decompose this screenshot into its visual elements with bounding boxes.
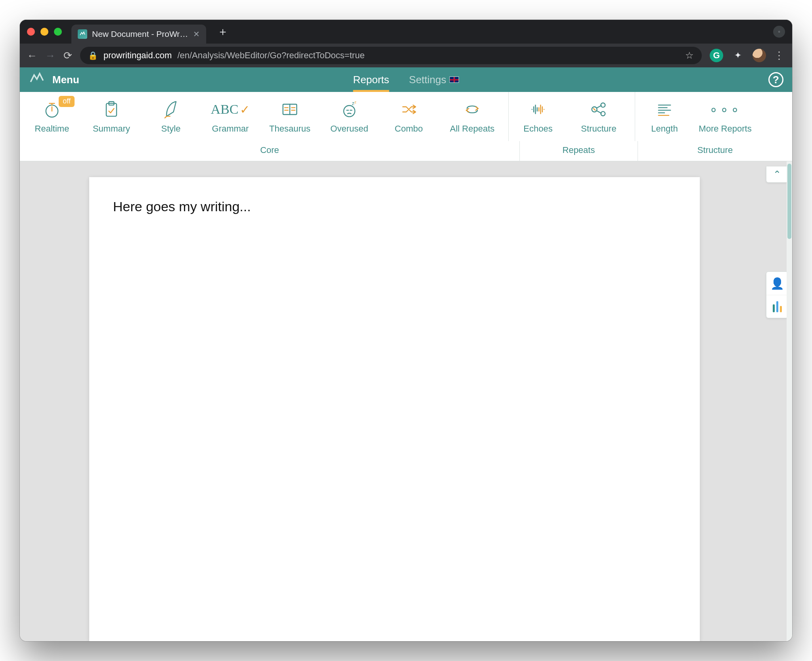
repeat-arrows-icon: [462, 99, 483, 120]
editor-area: Here goes my writing... ⌃ 👤: [20, 161, 792, 641]
toolbar-group-labels: Core Repeats Structure: [20, 141, 792, 161]
tool-label: Style: [161, 124, 181, 134]
book-icon: [280, 99, 300, 120]
rail-widgets: 👤: [766, 271, 788, 318]
group-label-structure: Structure: [638, 141, 792, 161]
profile-rail-button[interactable]: 👤: [766, 272, 788, 295]
person-icon: 👤: [770, 277, 784, 290]
tool-combo[interactable]: Combo: [379, 97, 439, 138]
back-button[interactable]: ←: [27, 50, 37, 62]
tab-title: New Document - ProWritingAid: [92, 29, 188, 39]
browser-tab[interactable]: New Document - ProWritingAid ✕: [71, 25, 206, 44]
reports-toolbar: off Realtime Summary: [20, 92, 792, 161]
lock-icon: 🔒: [88, 51, 98, 60]
tool-overused[interactable]: zz Overused: [320, 97, 379, 138]
close-window-button[interactable]: [27, 28, 35, 36]
collapse-panel-button[interactable]: ⌃: [766, 166, 788, 183]
document-text[interactable]: Here goes my writing...: [113, 199, 676, 214]
nodes-icon: [588, 99, 609, 120]
toolbar-group-repeats: Echoes Structure: [509, 92, 635, 141]
svg-point-9: [601, 111, 605, 116]
tool-label: Summary: [93, 124, 130, 134]
incognito-indicator-icon[interactable]: ◦: [773, 26, 785, 38]
document-canvas[interactable]: Here goes my writing...: [89, 177, 700, 641]
tool-summary[interactable]: Summary: [82, 97, 141, 138]
more-icon: ∘∘∘: [709, 99, 741, 120]
tool-more-reports[interactable]: ∘∘∘ More Reports: [691, 97, 759, 138]
tool-structure-repeats[interactable]: Structure: [565, 97, 632, 138]
svg-point-4: [344, 105, 355, 117]
browser-menu-button[interactable]: ⋮: [774, 50, 785, 62]
tool-label: All Repeats: [450, 124, 495, 134]
minimize-window-button[interactable]: [40, 28, 48, 36]
help-label: ?: [773, 74, 779, 86]
profile-avatar-icon[interactable]: [753, 49, 766, 62]
sleepy-face-icon: zz: [339, 99, 360, 120]
help-button[interactable]: ?: [768, 72, 783, 87]
toolbar-group-core: off Realtime Summary: [20, 92, 508, 141]
tool-grammar[interactable]: ABC✓ Grammar: [201, 97, 260, 138]
titlebar: New Document - ProWritingAid ✕ ＋ ◦: [20, 20, 792, 44]
pen-icon: [161, 99, 181, 120]
tool-label: Realtime: [35, 124, 69, 134]
tool-label: Overused: [330, 124, 368, 134]
forward-button[interactable]: →: [45, 50, 56, 62]
url-domain: prowritingaid.com: [103, 50, 172, 61]
svg-text:z: z: [354, 100, 356, 104]
stats-rail-button[interactable]: [766, 295, 788, 318]
menu-button[interactable]: Menu: [52, 74, 79, 86]
tool-style[interactable]: Style: [141, 97, 201, 138]
tab-reports[interactable]: Reports: [353, 67, 389, 92]
tool-thesaurus[interactable]: Thesaurus: [260, 97, 320, 138]
tab-settings-label: Settings: [409, 74, 446, 86]
svg-point-8: [601, 103, 605, 107]
toolbar-group-structure: Length ∘∘∘ More Reports: [635, 92, 761, 141]
group-label-repeats: Repeats: [519, 141, 638, 161]
tool-echoes[interactable]: Echoes: [511, 97, 565, 138]
url-path: /en/Analysis/WebEditor/Go?redirectToDocs…: [177, 50, 364, 61]
app-top-bar: Menu Reports Settings ?: [20, 67, 792, 92]
scrollbar[interactable]: [787, 161, 792, 641]
tool-label: More Reports: [699, 124, 751, 134]
tool-label: Combo: [395, 124, 423, 134]
realtime-badge: off: [59, 96, 75, 107]
abc-check-icon: ABC✓: [211, 99, 250, 120]
chevron-up-icon: ⌃: [773, 169, 781, 180]
tool-all-repeats[interactable]: All Repeats: [439, 97, 506, 138]
window-controls: [27, 28, 62, 36]
lines-length-icon: [654, 99, 675, 120]
bookmark-star-icon[interactable]: ☆: [685, 50, 694, 61]
browser-window: New Document - ProWritingAid ✕ ＋ ◦ ← → ⟳…: [20, 20, 792, 641]
grammarly-extension-icon[interactable]: G: [710, 49, 723, 62]
group-label-core: Core: [20, 141, 519, 161]
tool-length[interactable]: Length: [638, 97, 691, 138]
extensions-icon[interactable]: ✦: [731, 49, 745, 62]
bars-icon: [772, 301, 783, 312]
clipboard-check-icon: [101, 99, 122, 120]
address-bar: ← → ⟳ 🔒 prowritingaid.com/en/Analysis/We…: [20, 44, 792, 67]
new-tab-button[interactable]: ＋: [217, 26, 228, 37]
tool-label: Thesaurus: [269, 124, 310, 134]
app-logo-icon[interactable]: [29, 70, 45, 90]
tool-realtime[interactable]: off Realtime: [22, 97, 82, 138]
tab-close-icon[interactable]: ✕: [193, 29, 200, 39]
tab-settings[interactable]: Settings: [409, 67, 459, 92]
uk-flag-icon: [450, 76, 459, 83]
soundwave-icon: [528, 99, 548, 120]
reload-button[interactable]: ⟳: [63, 50, 72, 62]
zoom-window-button[interactable]: [54, 28, 62, 36]
tool-label: Length: [651, 124, 678, 134]
url-input[interactable]: 🔒 prowritingaid.com/en/Analysis/WebEdito…: [80, 47, 702, 64]
tab-reports-label: Reports: [353, 74, 389, 86]
tool-label: Structure: [581, 124, 616, 134]
app-page: Menu Reports Settings ?: [20, 67, 792, 641]
shuffle-icon: [398, 99, 419, 120]
tool-label: Grammar: [212, 124, 249, 134]
scrollbar-thumb[interactable]: [787, 164, 791, 239]
tool-label: Echoes: [523, 124, 552, 134]
tab-favicon-icon: [78, 29, 87, 39]
